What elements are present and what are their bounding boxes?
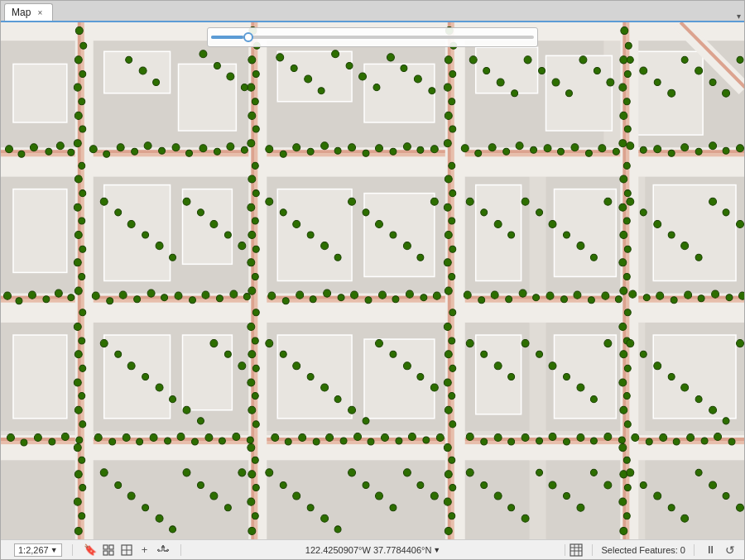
svg-point-336 [619, 84, 627, 91]
svg-point-428 [417, 254, 424, 261]
svg-point-354 [620, 351, 627, 358]
svg-point-417 [266, 198, 273, 205]
svg-point-325 [444, 444, 451, 452]
svg-point-153 [421, 294, 427, 301]
svg-point-149 [365, 297, 372, 304]
svg-point-286 [248, 379, 255, 386]
svg-point-295 [252, 513, 258, 519]
svg-point-530 [640, 481, 646, 488]
svg-point-133 [134, 296, 141, 303]
svg-rect-42 [183, 335, 233, 410]
svg-point-468 [363, 418, 369, 424]
bookmark-button[interactable]: 🔖 [83, 543, 98, 558]
svg-point-228 [80, 42, 87, 49]
svg-point-294 [248, 498, 255, 505]
svg-point-227 [75, 27, 83, 35]
svg-point-318 [449, 337, 455, 344]
svg-point-101 [417, 146, 424, 153]
svg-point-324 [449, 421, 456, 428]
svg-point-434 [522, 198, 529, 205]
svg-point-448 [723, 209, 729, 216]
select-tool-button[interactable] [101, 543, 116, 558]
svg-point-168 [643, 294, 650, 301]
svg-point-510 [334, 526, 341, 533]
svg-point-372 [227, 73, 234, 80]
svg-point-378 [332, 50, 339, 58]
svg-point-420 [307, 232, 314, 238]
app-window: Map × ▾ [0, 0, 745, 560]
svg-point-408 [127, 220, 135, 227]
svg-point-259 [74, 498, 81, 505]
svg-point-514 [390, 505, 397, 511]
tab-close-button[interactable]: × [34, 7, 46, 18]
svg-point-392 [552, 79, 560, 86]
coord-dropdown-icon[interactable]: ▼ [433, 546, 440, 554]
move-tool-button[interactable] [156, 543, 171, 558]
table-icon-button[interactable] [569, 543, 584, 558]
svg-point-94 [321, 142, 329, 150]
svg-point-383 [401, 65, 407, 71]
map-tab[interactable]: Map × [4, 3, 53, 21]
svg-point-426 [390, 232, 397, 238]
svg-point-115 [627, 142, 634, 150]
svg-point-451 [115, 351, 122, 357]
svg-point-202 [381, 433, 388, 441]
svg-point-265 [252, 70, 259, 77]
zoom-slider[interactable] [211, 36, 534, 39]
selected-features-text: Selected Features: 0 [601, 545, 685, 555]
refresh-button[interactable]: ↺ [723, 543, 738, 558]
svg-point-166 [615, 296, 622, 303]
svg-point-260 [79, 513, 85, 519]
svg-point-123 [737, 145, 744, 152]
svg-point-212 [536, 438, 543, 444]
svg-point-422 [334, 254, 341, 261]
svg-point-395 [594, 67, 600, 74]
svg-point-117 [654, 146, 661, 153]
svg-point-243 [74, 259, 81, 266]
svg-point-476 [494, 362, 502, 370]
svg-point-269 [252, 126, 259, 132]
svg-rect-36 [364, 194, 435, 277]
map-container[interactable] [1, 22, 744, 539]
svg-point-439 [590, 254, 597, 261]
svg-point-291 [252, 457, 258, 463]
svg-point-389 [512, 90, 518, 97]
svg-point-522 [522, 515, 529, 522]
select2-tool-button[interactable] [119, 543, 134, 558]
svg-point-198 [326, 433, 334, 441]
svg-point-413 [197, 209, 204, 216]
svg-point-84 [172, 144, 180, 151]
svg-point-178 [34, 433, 41, 441]
add-tool-button[interactable]: + [137, 543, 152, 558]
svg-point-309 [444, 203, 451, 211]
svg-point-226 [728, 438, 735, 445]
svg-point-120 [695, 148, 702, 155]
svg-point-146 [324, 290, 331, 297]
svg-point-489 [681, 384, 689, 391]
svg-point-204 [408, 433, 416, 440]
svg-point-369 [153, 79, 160, 86]
scale-dropdown-icon[interactable]: ▼ [50, 546, 58, 554]
svg-point-175 [739, 292, 744, 299]
svg-point-366 [620, 527, 627, 534]
pause-button[interactable]: ⏸ [703, 543, 718, 558]
svg-point-75 [46, 148, 52, 155]
svg-point-523 [536, 469, 543, 476]
svg-point-301 [444, 84, 451, 91]
svg-point-431 [481, 209, 488, 216]
scale-selector[interactable]: 1:2,267 ▼ [14, 543, 62, 557]
svg-point-183 [109, 438, 116, 445]
svg-point-349 [623, 273, 630, 280]
svg-point-136 [175, 292, 182, 299]
svg-point-398 [640, 67, 647, 74]
tab-dropdown-arrow[interactable]: ▾ [737, 12, 741, 21]
svg-point-215 [577, 433, 584, 441]
svg-point-139 [216, 295, 223, 302]
svg-point-511 [348, 469, 356, 476]
svg-point-173 [712, 290, 719, 298]
svg-point-385 [429, 88, 435, 94]
svg-point-275 [252, 218, 258, 224]
zoom-slider-thumb[interactable] [243, 32, 253, 42]
coordinate-section: 122.4250907°W 37.7784406°N ▼ [185, 545, 562, 555]
svg-point-106 [503, 148, 510, 155]
